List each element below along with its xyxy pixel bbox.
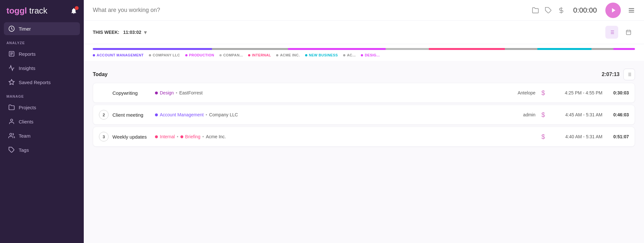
sidebar-item-saved-reports[interactable]: Saved Reports <box>4 76 80 89</box>
svg-point-6 <box>11 119 13 122</box>
notification-bell[interactable] <box>70 7 77 15</box>
folder-icon[interactable] <box>532 7 539 14</box>
timer-icon <box>8 25 15 32</box>
team-label: Team <box>19 133 31 139</box>
tag-color-dot <box>180 135 183 138</box>
entry-client: EastForrest <box>179 90 203 95</box>
entry-duration: 0:46:03 <box>606 112 629 117</box>
week-chevron-icon: ▾ <box>144 29 147 35</box>
header-bar: 0:00:00 <box>84 0 644 21</box>
entry-tags: Design•EastForrest <box>155 90 506 95</box>
project-label: COMPAN... <box>219 53 243 57</box>
sidebar-item-tags[interactable]: Tags <box>4 143 80 156</box>
timer-label: Timer <box>19 26 31 32</box>
dollar-icon[interactable] <box>558 7 565 14</box>
svg-rect-21 <box>626 30 631 35</box>
project-label: NEW BUSINESS <box>305 53 338 57</box>
entry-title: Copywriting <box>112 90 151 96</box>
notification-badge <box>75 6 79 10</box>
day-header-right: 2:07:13 <box>602 69 635 80</box>
sidebar-item-clients[interactable]: Clients <box>4 115 80 128</box>
day-header: Today 2:07:13 <box>93 69 635 80</box>
sidebar-header: toggl track <box>0 0 84 22</box>
project-label: DESIG... <box>361 53 380 57</box>
project-label: COMPANY LLC <box>149 53 180 57</box>
sidebar-item-projects[interactable]: Projects <box>4 101 80 114</box>
project-label: INTERNAL <box>248 53 271 57</box>
logo-toggl: toggl <box>6 6 27 15</box>
tags-label: Tags <box>19 147 29 153</box>
reports-label: Reports <box>19 51 36 57</box>
insights-label: Insights <box>19 65 35 71</box>
entry-time-range: 4:40 AM - 5:31 AM <box>551 134 602 139</box>
header-icons: 0:00:00 <box>532 3 635 18</box>
sidebar: toggl track Timer ANALYZE <box>0 0 84 243</box>
logo-track: track <box>29 6 47 15</box>
entry-title: Weekly updates <box>112 134 151 140</box>
list-view-button[interactable] <box>605 26 618 39</box>
entry-tag: Design <box>160 90 174 95</box>
tag-separator: • <box>177 134 178 139</box>
entry-tags: Account Management•Company LLC <box>155 112 506 117</box>
project-breakdown-bar: ACCOUNT MANAGEMENTCOMPANY LLCPRODUCTIONC… <box>84 44 644 61</box>
week-total-label[interactable]: THIS WEEK: 11:03:02 ▾ <box>93 29 147 35</box>
entry-billable-icon[interactable]: $ <box>539 89 547 97</box>
day-total: 2:07:13 <box>602 72 620 77</box>
tag-color-dot <box>155 113 158 116</box>
entry-client: Company LLC <box>209 112 238 117</box>
app-logo: toggl track <box>6 6 47 16</box>
entry-tag: Internal <box>160 134 175 139</box>
day-list-view-button[interactable] <box>623 69 635 80</box>
week-total-value: 11:03:02 <box>123 30 141 35</box>
clients-label: Clients <box>19 119 34 124</box>
team-icon <box>8 132 15 139</box>
entry-duration: 0:51:07 <box>606 134 629 139</box>
tag-color-dot <box>155 135 158 138</box>
saved-reports-icon <box>8 79 15 85</box>
timer-display: 0:00:00 <box>571 6 600 15</box>
time-entry-input[interactable] <box>93 7 527 14</box>
sidebar-item-timer[interactable]: Timer <box>4 22 80 35</box>
time-entry[interactable]: CopywritingDesign•EastForrestAntelope$4:… <box>93 83 635 103</box>
time-entries-list: CopywritingDesign•EastForrestAntelope$4:… <box>93 83 635 147</box>
week-view-toggles <box>605 26 635 39</box>
tag-separator: • <box>206 112 207 117</box>
start-timer-button[interactable] <box>605 3 621 18</box>
entry-time-range: 4:25 PM - 4:55 PM <box>551 90 602 95</box>
week-summary-bar: THIS WEEK: 11:03:02 ▾ <box>84 21 644 44</box>
tag-separator: • <box>176 90 178 95</box>
main-area: 0:00:00 THIS WEEK: 11:03:02 ▾ <box>84 0 644 243</box>
sidebar-item-team[interactable]: Team <box>4 129 80 142</box>
project-bar-chart <box>93 48 635 50</box>
entry-billable-icon[interactable]: $ <box>539 133 547 141</box>
project-bar-labels: ACCOUNT MANAGEMENTCOMPANY LLCPRODUCTIONC… <box>93 50 635 61</box>
entry-count-badge: 2 <box>99 110 109 120</box>
sidebar-item-reports[interactable]: Reports <box>4 47 80 60</box>
svg-marker-5 <box>9 80 14 85</box>
svg-point-7 <box>10 133 12 136</box>
content-area: THIS WEEK: 11:03:02 ▾ <box>84 21 644 243</box>
hamburger-icon[interactable] <box>628 7 635 14</box>
project-label: AC... <box>343 53 356 57</box>
entry-user: Antelope <box>510 90 535 95</box>
insights-icon <box>8 65 15 71</box>
manage-section-label: MANAGE <box>0 89 84 100</box>
tag-color-dot <box>155 92 158 94</box>
entry-count-badge: 3 <box>99 132 109 141</box>
sidebar-item-insights[interactable]: Insights <box>4 62 80 74</box>
tag-separator: • <box>202 134 204 139</box>
projects-icon <box>8 104 15 111</box>
svg-marker-11 <box>612 8 615 13</box>
entry-user: admin <box>510 112 535 117</box>
week-label-text: THIS WEEK: <box>93 30 119 35</box>
analyze-section-label: ANALYZE <box>0 36 84 47</box>
time-entry[interactable]: 2Client meetingAccount Management•Compan… <box>93 105 635 125</box>
tag-icon[interactable] <box>545 7 552 14</box>
calendar-view-button[interactable] <box>622 26 635 39</box>
reports-icon <box>8 51 15 57</box>
entry-billable-icon[interactable]: $ <box>539 111 547 119</box>
entry-time-range: 4:45 AM - 5:31 AM <box>551 112 602 117</box>
entry-tag2: Briefing <box>185 134 200 139</box>
time-entry[interactable]: 3Weekly updatesInternal•Briefing•Acme In… <box>93 127 635 147</box>
project-label: ACCOUNT MANAGEMENT <box>93 53 144 57</box>
